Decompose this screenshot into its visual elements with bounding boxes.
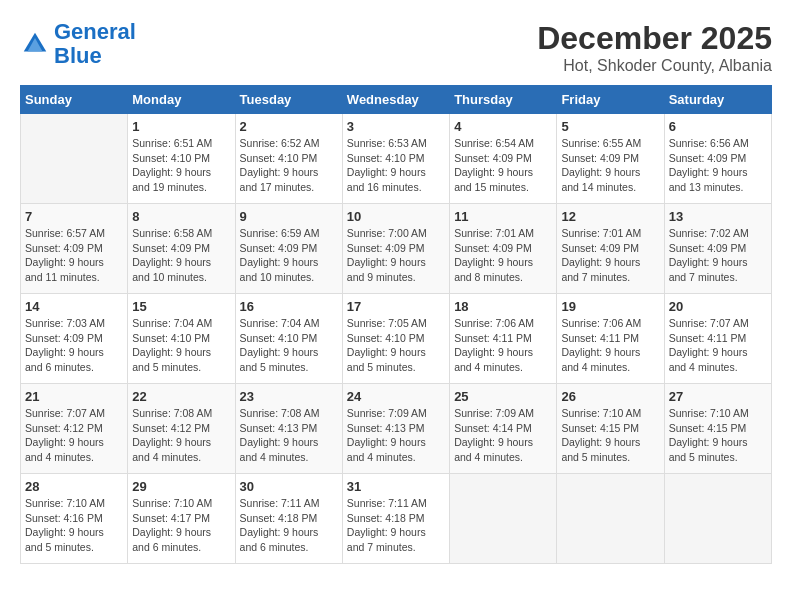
calendar-cell: 5Sunrise: 6:55 AMSunset: 4:09 PMDaylight…	[557, 114, 664, 204]
day-number: 5	[561, 119, 659, 134]
day-info: Sunrise: 7:10 AMSunset: 4:17 PMDaylight:…	[132, 496, 230, 555]
day-number: 15	[132, 299, 230, 314]
day-number: 7	[25, 209, 123, 224]
day-number: 12	[561, 209, 659, 224]
day-number: 28	[25, 479, 123, 494]
day-info: Sunrise: 7:09 AMSunset: 4:14 PMDaylight:…	[454, 406, 552, 465]
day-number: 6	[669, 119, 767, 134]
calendar-cell: 15Sunrise: 7:04 AMSunset: 4:10 PMDayligh…	[128, 294, 235, 384]
logo: General Blue	[20, 20, 136, 68]
calendar-cell: 25Sunrise: 7:09 AMSunset: 4:14 PMDayligh…	[450, 384, 557, 474]
calendar-cell: 20Sunrise: 7:07 AMSunset: 4:11 PMDayligh…	[664, 294, 771, 384]
day-info: Sunrise: 7:01 AMSunset: 4:09 PMDaylight:…	[454, 226, 552, 285]
day-number: 25	[454, 389, 552, 404]
day-info: Sunrise: 6:54 AMSunset: 4:09 PMDaylight:…	[454, 136, 552, 195]
calendar-cell: 18Sunrise: 7:06 AMSunset: 4:11 PMDayligh…	[450, 294, 557, 384]
day-number: 21	[25, 389, 123, 404]
day-number: 20	[669, 299, 767, 314]
calendar-cell: 3Sunrise: 6:53 AMSunset: 4:10 PMDaylight…	[342, 114, 449, 204]
calendar-cell	[557, 474, 664, 564]
calendar-cell: 1Sunrise: 6:51 AMSunset: 4:10 PMDaylight…	[128, 114, 235, 204]
day-info: Sunrise: 7:06 AMSunset: 4:11 PMDaylight:…	[561, 316, 659, 375]
day-number: 24	[347, 389, 445, 404]
calendar-cell	[21, 114, 128, 204]
calendar-cell: 10Sunrise: 7:00 AMSunset: 4:09 PMDayligh…	[342, 204, 449, 294]
header-saturday: Saturday	[664, 86, 771, 114]
day-info: Sunrise: 6:55 AMSunset: 4:09 PMDaylight:…	[561, 136, 659, 195]
day-info: Sunrise: 7:04 AMSunset: 4:10 PMDaylight:…	[240, 316, 338, 375]
day-info: Sunrise: 6:51 AMSunset: 4:10 PMDaylight:…	[132, 136, 230, 195]
header-thursday: Thursday	[450, 86, 557, 114]
day-number: 3	[347, 119, 445, 134]
calendar-cell: 2Sunrise: 6:52 AMSunset: 4:10 PMDaylight…	[235, 114, 342, 204]
day-info: Sunrise: 7:08 AMSunset: 4:12 PMDaylight:…	[132, 406, 230, 465]
day-info: Sunrise: 7:03 AMSunset: 4:09 PMDaylight:…	[25, 316, 123, 375]
header-wednesday: Wednesday	[342, 86, 449, 114]
logo-line1: General	[54, 19, 136, 44]
calendar-cell: 13Sunrise: 7:02 AMSunset: 4:09 PMDayligh…	[664, 204, 771, 294]
day-info: Sunrise: 7:01 AMSunset: 4:09 PMDaylight:…	[561, 226, 659, 285]
calendar-week-2: 7Sunrise: 6:57 AMSunset: 4:09 PMDaylight…	[21, 204, 772, 294]
calendar-header-row: SundayMondayTuesdayWednesdayThursdayFrid…	[21, 86, 772, 114]
day-info: Sunrise: 7:07 AMSunset: 4:11 PMDaylight:…	[669, 316, 767, 375]
calendar-cell: 8Sunrise: 6:58 AMSunset: 4:09 PMDaylight…	[128, 204, 235, 294]
sub-title: Hot, Shkoder County, Albania	[537, 57, 772, 75]
day-info: Sunrise: 6:59 AMSunset: 4:09 PMDaylight:…	[240, 226, 338, 285]
calendar-cell: 23Sunrise: 7:08 AMSunset: 4:13 PMDayligh…	[235, 384, 342, 474]
day-number: 23	[240, 389, 338, 404]
calendar-cell: 29Sunrise: 7:10 AMSunset: 4:17 PMDayligh…	[128, 474, 235, 564]
calendar-week-1: 1Sunrise: 6:51 AMSunset: 4:10 PMDaylight…	[21, 114, 772, 204]
day-info: Sunrise: 7:06 AMSunset: 4:11 PMDaylight:…	[454, 316, 552, 375]
day-number: 27	[669, 389, 767, 404]
calendar-cell: 17Sunrise: 7:05 AMSunset: 4:10 PMDayligh…	[342, 294, 449, 384]
logo-icon	[20, 29, 50, 59]
day-number: 1	[132, 119, 230, 134]
calendar-cell: 21Sunrise: 7:07 AMSunset: 4:12 PMDayligh…	[21, 384, 128, 474]
header-monday: Monday	[128, 86, 235, 114]
calendar-cell: 11Sunrise: 7:01 AMSunset: 4:09 PMDayligh…	[450, 204, 557, 294]
header-friday: Friday	[557, 86, 664, 114]
day-number: 26	[561, 389, 659, 404]
calendar-cell: 22Sunrise: 7:08 AMSunset: 4:12 PMDayligh…	[128, 384, 235, 474]
calendar-cell: 12Sunrise: 7:01 AMSunset: 4:09 PMDayligh…	[557, 204, 664, 294]
calendar-week-4: 21Sunrise: 7:07 AMSunset: 4:12 PMDayligh…	[21, 384, 772, 474]
day-number: 4	[454, 119, 552, 134]
day-number: 30	[240, 479, 338, 494]
day-info: Sunrise: 7:10 AMSunset: 4:15 PMDaylight:…	[669, 406, 767, 465]
calendar-cell: 7Sunrise: 6:57 AMSunset: 4:09 PMDaylight…	[21, 204, 128, 294]
calendar-week-5: 28Sunrise: 7:10 AMSunset: 4:16 PMDayligh…	[21, 474, 772, 564]
calendar-cell: 16Sunrise: 7:04 AMSunset: 4:10 PMDayligh…	[235, 294, 342, 384]
calendar-cell: 30Sunrise: 7:11 AMSunset: 4:18 PMDayligh…	[235, 474, 342, 564]
day-number: 13	[669, 209, 767, 224]
main-title: December 2025	[537, 20, 772, 57]
calendar-cell: 31Sunrise: 7:11 AMSunset: 4:18 PMDayligh…	[342, 474, 449, 564]
day-number: 9	[240, 209, 338, 224]
day-info: Sunrise: 6:57 AMSunset: 4:09 PMDaylight:…	[25, 226, 123, 285]
calendar-cell: 14Sunrise: 7:03 AMSunset: 4:09 PMDayligh…	[21, 294, 128, 384]
calendar-cell: 28Sunrise: 7:10 AMSunset: 4:16 PMDayligh…	[21, 474, 128, 564]
calendar-cell: 26Sunrise: 7:10 AMSunset: 4:15 PMDayligh…	[557, 384, 664, 474]
day-number: 8	[132, 209, 230, 224]
day-number: 19	[561, 299, 659, 314]
logo-text: General Blue	[54, 20, 136, 68]
day-info: Sunrise: 7:09 AMSunset: 4:13 PMDaylight:…	[347, 406, 445, 465]
calendar-cell	[450, 474, 557, 564]
day-number: 31	[347, 479, 445, 494]
day-number: 10	[347, 209, 445, 224]
day-number: 16	[240, 299, 338, 314]
day-number: 2	[240, 119, 338, 134]
day-info: Sunrise: 7:02 AMSunset: 4:09 PMDaylight:…	[669, 226, 767, 285]
day-number: 29	[132, 479, 230, 494]
calendar-cell	[664, 474, 771, 564]
day-info: Sunrise: 6:58 AMSunset: 4:09 PMDaylight:…	[132, 226, 230, 285]
day-number: 11	[454, 209, 552, 224]
day-info: Sunrise: 7:05 AMSunset: 4:10 PMDaylight:…	[347, 316, 445, 375]
day-number: 22	[132, 389, 230, 404]
calendar-cell: 9Sunrise: 6:59 AMSunset: 4:09 PMDaylight…	[235, 204, 342, 294]
day-info: Sunrise: 7:08 AMSunset: 4:13 PMDaylight:…	[240, 406, 338, 465]
day-info: Sunrise: 7:04 AMSunset: 4:10 PMDaylight:…	[132, 316, 230, 375]
day-info: Sunrise: 7:07 AMSunset: 4:12 PMDaylight:…	[25, 406, 123, 465]
day-number: 17	[347, 299, 445, 314]
calendar-cell: 27Sunrise: 7:10 AMSunset: 4:15 PMDayligh…	[664, 384, 771, 474]
day-info: Sunrise: 7:10 AMSunset: 4:16 PMDaylight:…	[25, 496, 123, 555]
